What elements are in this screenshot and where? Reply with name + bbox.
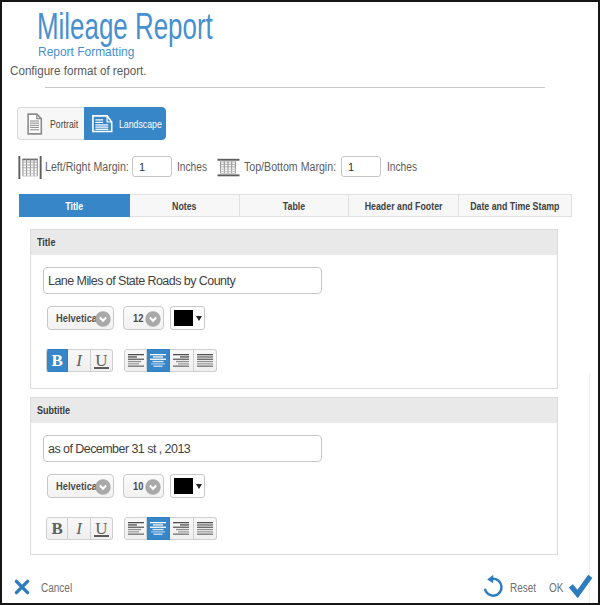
tab-date-and-time-stamp[interactable]: Date and Time Stamp [459,194,572,217]
font-row: Helvetica 10 [31,474,557,498]
portrait-button[interactable]: Portrait [17,107,84,140]
font-size-value: 12 [133,312,143,324]
reset-button[interactable] [481,574,505,598]
left-right-margin-unit: Inches [177,160,207,174]
title-italic-button[interactable]: I [68,349,90,372]
title-text-input[interactable] [43,267,322,294]
cancel-x-icon [13,578,31,596]
title-align-left-button[interactable] [124,349,147,372]
subtitle-align-center-button[interactable] [147,517,170,540]
tab-bar: Title Notes Table Header and Footer Date… [19,194,572,217]
title-bold-button[interactable]: B [46,349,68,372]
report-formatting-dialog: Mileage Report Report Formatting Configu… [0,0,600,605]
tab-notes[interactable]: Notes [130,194,240,217]
tab-title[interactable]: Title [19,194,130,217]
chevron-down-circle-icon [145,479,161,495]
title-align-center-button[interactable] [147,349,170,372]
section-header-label: Title [37,236,55,248]
font-size-value: 10 [133,480,143,492]
cancel-button[interactable] [13,578,31,596]
subtitle-align-group [124,517,217,540]
page-subtitle: Report Formatting [38,44,134,59]
scrollbar-track [589,374,590,603]
page-title: Mileage Report [37,6,213,48]
format-row: B I U [31,349,557,372]
page-description: Configure format of report. [10,64,147,78]
chevron-down-circle-icon [145,311,161,327]
portrait-page-icon [26,113,43,135]
title-section: Title Helvetica 12 [30,229,558,389]
section-header-label: Subtitle [37,404,70,416]
title-align-right-button[interactable] [170,349,193,372]
color-dropdown-arrow-icon [196,484,202,489]
title-underline-button[interactable]: U [91,349,113,372]
subtitle-bold-button[interactable]: B [46,517,68,540]
title-align-group [124,349,217,372]
left-right-margin-icon [18,156,42,179]
format-row: B I U [31,517,557,540]
title-section-header: Title [31,230,557,255]
reset-icon [481,574,505,598]
title-font-family-dropdown[interactable]: Helvetica [47,306,114,330]
landscape-button[interactable]: Landscape [84,107,166,140]
tab-table[interactable]: Table [240,194,350,217]
tab-label: Date and Time Stamp [470,200,559,212]
font-family-value: Helvetica [56,312,97,324]
subtitle-underline-button[interactable]: U [91,517,113,540]
tab-label: Header and Footer [365,200,443,212]
subtitle-section: Subtitle Helvetica 10 [30,397,558,555]
orientation-toggle: Portrait Landscape [17,107,166,140]
subtitle-font-color-picker[interactable] [170,474,205,498]
subtitle-align-justify-button[interactable] [194,517,217,540]
color-swatch [174,310,193,326]
reset-label[interactable]: Reset [510,581,536,595]
tab-label: Title [65,200,83,212]
tab-header-and-footer[interactable]: Header and Footer [349,194,459,217]
chevron-down-circle-icon [95,311,111,327]
tab-label: Notes [172,200,196,212]
title-font-size-dropdown[interactable]: 12 [123,306,164,330]
subtitle-section-header: Subtitle [31,398,557,423]
font-row: Helvetica 12 [31,306,557,330]
title-style-group: B I U [46,349,113,372]
subtitle-text-input[interactable] [43,435,322,462]
subtitle-font-size-dropdown[interactable]: 10 [123,474,164,498]
subtitle-style-group: B I U [46,517,113,540]
color-dropdown-arrow-icon [196,316,202,321]
landscape-label: Landscape [119,118,162,130]
top-bottom-margin-unit: Inches [387,160,417,174]
ok-label[interactable]: OK [549,581,563,595]
tab-label: Table [283,200,305,212]
subtitle-font-family-dropdown[interactable]: Helvetica [47,474,114,498]
subtitle-italic-button[interactable]: I [68,517,90,540]
left-right-margin-label: Left/Right Margin: [45,160,129,174]
ok-check-icon [566,571,596,599]
cancel-label[interactable]: Cancel [41,581,72,595]
chevron-down-circle-icon [95,479,111,495]
top-bottom-margin-label: Top/Bottom Margin: [244,160,336,174]
title-align-justify-button[interactable] [194,349,217,372]
ok-button[interactable] [566,571,596,599]
font-family-value: Helvetica [56,480,97,492]
subtitle-align-left-button[interactable] [124,517,147,540]
title-font-color-picker[interactable] [170,306,205,330]
left-right-margin-input[interactable] [132,156,172,177]
header-divider [45,87,545,88]
portrait-label: Portrait [50,118,78,130]
subtitle-align-right-button[interactable] [170,517,193,540]
top-bottom-margin-input[interactable] [341,156,381,177]
landscape-page-icon [92,115,113,133]
top-bottom-margin-icon [217,156,240,179]
color-swatch [174,478,193,494]
